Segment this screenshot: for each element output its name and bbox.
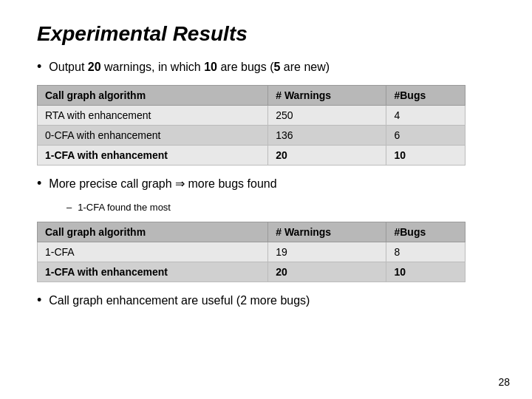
table-cell-bugs: 10 [386, 146, 466, 166]
table-2-body: 1-CFA 19 8 1-CFA with enhancement 20 10 [38, 242, 466, 282]
bullet-2: • More precise call graph ⇒ more bugs fo… [37, 176, 495, 191]
table-row: RTA with enhancement 250 4 [38, 106, 466, 126]
bullet-3-text: Call graph enhancement are useful (2 mor… [49, 294, 310, 307]
table-2-col-algo: Call graph algorithm [38, 222, 268, 242]
table-1-header: Call graph algorithm # Warnings #Bugs [38, 86, 466, 106]
table-1-col-algo: Call graph algorithm [38, 86, 268, 106]
table-1-body: RTA with enhancement 250 4 0-CFA with en… [38, 106, 466, 166]
table-row: 0-CFA with enhancement 136 6 [38, 126, 466, 146]
table-cell-bugs: 10 [386, 262, 466, 282]
bullet-icon: • [37, 59, 41, 75]
table-cell-bugs: 6 [386, 126, 466, 146]
table-1: Call graph algorithm # Warnings #Bugs RT… [37, 85, 466, 166]
bullet-3-icon: • [37, 293, 41, 308]
bullet-1: • Output 20 warnings, in which 10 are bu… [37, 59, 495, 75]
table-cell-warnings: 20 [268, 146, 386, 166]
table-1-col-bugs: #Bugs [386, 86, 466, 106]
sub-bullet: – 1-CFA found the most [66, 202, 495, 213]
table-cell-algo: 1-CFA with enhancement [38, 262, 268, 282]
table-1-header-row: Call graph algorithm # Warnings #Bugs [38, 86, 466, 106]
table-row-highlight: 1-CFA with enhancement 20 10 [38, 262, 466, 282]
page-title: Experimental Results [37, 22, 495, 46]
table-cell-warnings: 136 [268, 126, 386, 146]
table-cell-warnings: 250 [268, 106, 386, 126]
sub-bullet-text: 1-CFA found the most [78, 202, 171, 213]
table-2-col-bugs: #Bugs [386, 222, 466, 242]
table-2-header: Call graph algorithm # Warnings #Bugs [38, 222, 466, 242]
table-2: Call graph algorithm # Warnings #Bugs 1-… [37, 222, 466, 282]
table-cell-algo: RTA with enhancement [38, 106, 268, 126]
table-row: 1-CFA 19 8 [38, 242, 466, 262]
page-number: 28 [498, 376, 510, 388]
bullet-1-text: Output 20 warnings, in which 10 are bugs… [49, 61, 330, 74]
bullet-2-text: More precise call graph ⇒ more bugs foun… [49, 177, 276, 191]
warnings-count: 20 [88, 61, 101, 73]
table-2-col-warnings: # Warnings [268, 222, 386, 242]
table-cell-algo: 1-CFA [38, 242, 268, 262]
table-cell-warnings: 19 [268, 242, 386, 262]
table-cell-algo: 1-CFA with enhancement [38, 146, 268, 166]
bullet-3: • Call graph enhancement are useful (2 m… [37, 293, 495, 308]
arrow-icon: ⇒ [175, 177, 185, 190]
table-1-col-warnings: # Warnings [268, 86, 386, 106]
bullet-2-icon: • [37, 176, 41, 191]
table-cell-bugs: 4 [386, 106, 466, 126]
table-cell-bugs: 8 [386, 242, 466, 262]
table-cell-algo: 0-CFA with enhancement [38, 126, 268, 146]
dash-icon: – [66, 202, 72, 213]
table-2-header-row: Call graph algorithm # Warnings #Bugs [38, 222, 466, 242]
bugs-count: 10 [204, 61, 217, 73]
table-cell-warnings: 20 [268, 262, 386, 282]
table-row-highlight: 1-CFA with enhancement 20 10 [38, 146, 466, 166]
new-bugs-count: 5 [274, 61, 281, 73]
